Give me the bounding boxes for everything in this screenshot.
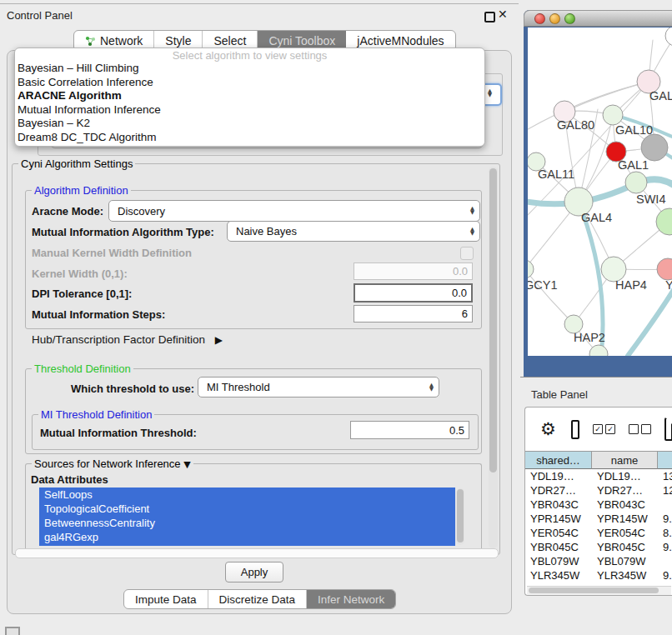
settings-scrollbar-thumb[interactable] — [489, 168, 497, 472]
list-item-selected[interactable]: SelfLoops — [39, 488, 455, 502]
network-graph[interactable]: GALGAL80GAL10GAL1GAL11SWI4GAL4GCY1HAP4YH… — [528, 28, 672, 356]
column-header-name[interactable]: name — [592, 451, 658, 469]
apply-button[interactable]: Apply — [225, 562, 283, 582]
table-row[interactable]: YBR045CYBR045C9. — [525, 540, 672, 554]
aracne-mode-combobox[interactable]: Discovery ▲▼ — [108, 200, 480, 222]
which-threshold-label: Which threshold to use: — [71, 382, 194, 395]
table-cell: YBL079W — [592, 554, 658, 568]
algorithm-definition-title: Algorithm Definition — [32, 184, 131, 197]
network-node-GAL10[interactable] — [603, 105, 623, 125]
dpi-tolerance-input[interactable]: 0.0 — [354, 283, 473, 302]
network-node-GCY1[interactable] — [528, 260, 534, 278]
table-hscroll-thumb[interactable] — [529, 588, 659, 593]
restore-window-icon[interactable] — [484, 12, 495, 22]
list-item-selected[interactable]: TopologicalCoefficient — [39, 502, 455, 516]
table-cell: 9. — [658, 512, 672, 526]
node-label-GAL: GAL — [649, 89, 672, 102]
dropdown-item[interactable]: Bayesian – Hill Climbing — [15, 62, 484, 76]
collapsed-arrow-icon: ▶ — [215, 334, 223, 346]
table-cell — [658, 554, 672, 568]
tab-label: Network — [100, 34, 143, 48]
aracne-mode-label: Aracne Mode: — [32, 205, 103, 218]
dropdown-item-list: Bayesian – Hill ClimbingBasic Correlatio… — [15, 62, 484, 144]
mi-threshold-value: 0.5 — [449, 424, 464, 437]
dropdown-item[interactable]: Mutual Information Inference — [15, 103, 484, 118]
table-row[interactable]: YDL19…YDL19…13 — [525, 469, 672, 483]
tab-discretize-data[interactable]: Discretize Data — [208, 590, 307, 608]
table-cell: YPR145W — [592, 512, 658, 526]
tab-impute-data[interactable]: Impute Data — [124, 590, 208, 608]
mac-close-icon[interactable] — [534, 13, 545, 24]
network-edge[interactable] — [528, 269, 574, 324]
mi-steps-label: Mutual Information Steps: — [32, 308, 165, 321]
table-row[interactable]: YDR27…YDR27…12 — [525, 483, 672, 498]
algorithm-dropdown-popup: Select algorithm to view settings Bayesi… — [14, 48, 485, 147]
table-cell: YDL19… — [592, 469, 658, 483]
table-cell: YDL19… — [525, 469, 592, 483]
settings-vertical-scrollbar[interactable] — [489, 167, 498, 548]
table-cell: YDR27… — [592, 483, 658, 498]
dpi-tolerance-label: DPI Tolerance [0,1]: — [32, 288, 132, 300]
mac-minimize-icon[interactable] — [549, 13, 560, 24]
manual-kernel-width-checkbox[interactable] — [460, 247, 474, 260]
node-label-SWI4: SWI4 — [636, 192, 665, 206]
tab-infer-network[interactable]: Infer Network — [306, 590, 395, 608]
close-window-icon[interactable]: ✕ — [498, 8, 508, 21]
kernel-width-value: 0.0 — [453, 265, 468, 278]
hub-definition-label: Hub/Transcription Factor Definition — [32, 333, 205, 346]
network-node-SWI4[interactable] — [625, 172, 647, 193]
mac-zoom-icon[interactable] — [564, 13, 575, 24]
sources-title-text: Sources for Network Inference — [34, 458, 181, 470]
hub-definition-expander[interactable]: Hub/Transcription Factor Definition ▶ — [32, 333, 223, 346]
document-icon[interactable] — [664, 418, 672, 441]
table-row[interactable]: YER054CYER054C8. — [525, 526, 672, 540]
dropdown-item[interactable]: Basic Correlation Inference — [15, 76, 484, 90]
table-row[interactable]: YBL079WYBL079W — [525, 554, 672, 568]
table-cell: YBR043C — [592, 498, 658, 512]
dropdown-item[interactable]: ARACNE Algorithm — [15, 89, 484, 103]
table-cell: YER054C — [525, 526, 592, 540]
mi-threshold-input[interactable]: 0.5 — [350, 421, 469, 439]
table-cell: YBR045C — [525, 540, 592, 554]
list-item-selected[interactable]: BetweennessCentrality — [39, 516, 455, 530]
gear-icon[interactable]: ⚙ — [540, 421, 556, 438]
split-columns-icon[interactable] — [571, 420, 579, 439]
node-label-GAL11: GAL11 — [538, 168, 574, 181]
network-node-salmon-node[interactable] — [657, 258, 672, 280]
table-cell: YBR045C — [592, 540, 658, 554]
network-node-gray-node[interactable] — [641, 134, 668, 161]
tab-label: jActiveMNodules — [357, 34, 444, 48]
node-label-GAL1: GAL1 — [618, 158, 649, 172]
mi-steps-input[interactable]: 6 — [354, 305, 473, 322]
table-cell: YDR27… — [525, 483, 592, 498]
minimized-panel-icon[interactable] — [5, 627, 20, 635]
data-attributes-list[interactable]: SelfLoopsTopologicalCoefficientBetweenne… — [39, 488, 455, 546]
checked-boxes-icon[interactable]: ✓✓ — [593, 424, 615, 434]
column-header-partial[interactable] — [658, 451, 672, 469]
dropdown-item[interactable]: Dream8 DC_TDC Algorithm — [15, 131, 484, 145]
table-row[interactable]: YBR043CYBR043C — [525, 498, 672, 512]
network-node-partial-top[interactable] — [665, 28, 672, 46]
kernel-width-input[interactable]: 0.0 — [354, 262, 473, 280]
list-scrollbar-thumb[interactable] — [457, 489, 464, 542]
table-row[interactable]: YLR345WYLR345W9. — [525, 568, 672, 582]
expanded-arrow-icon: ▼ — [183, 459, 190, 470]
unchecked-boxes-icon[interactable] — [629, 424, 651, 434]
column-header-shared…[interactable]: shared… — [525, 451, 592, 469]
tab-label: Style — [165, 34, 191, 48]
settings-horizontal-scrollbar[interactable] — [15, 548, 499, 558]
top-divider — [0, 3, 519, 4]
table-horizontal-scrollbar[interactable] — [527, 586, 671, 595]
table-row[interactable]: YPR145WYPR145W9. — [525, 512, 672, 526]
node-label-HAP2: HAP2 — [574, 331, 605, 344]
network-canvas[interactable]: GALGAL80GAL10GAL1GAL11SWI4GAL4GCY1HAP4YH… — [528, 28, 672, 356]
list-scrollbar[interactable] — [456, 488, 464, 545]
dpi-tolerance-value: 0.0 — [452, 287, 467, 299]
dropdown-item[interactable]: Bayesian – K2 — [15, 117, 484, 131]
list-item-selected[interactable]: gal4RGexp — [39, 530, 455, 544]
which-threshold-combobox[interactable]: MI Threshold ▲▼ — [198, 377, 439, 398]
table-cell — [658, 498, 672, 512]
table-cell: 8. — [658, 526, 672, 540]
mi-algorithm-type-combobox[interactable]: Naive Bayes ▲▼ — [227, 221, 480, 242]
network-window-titlebar[interactable] — [524, 10, 672, 27]
